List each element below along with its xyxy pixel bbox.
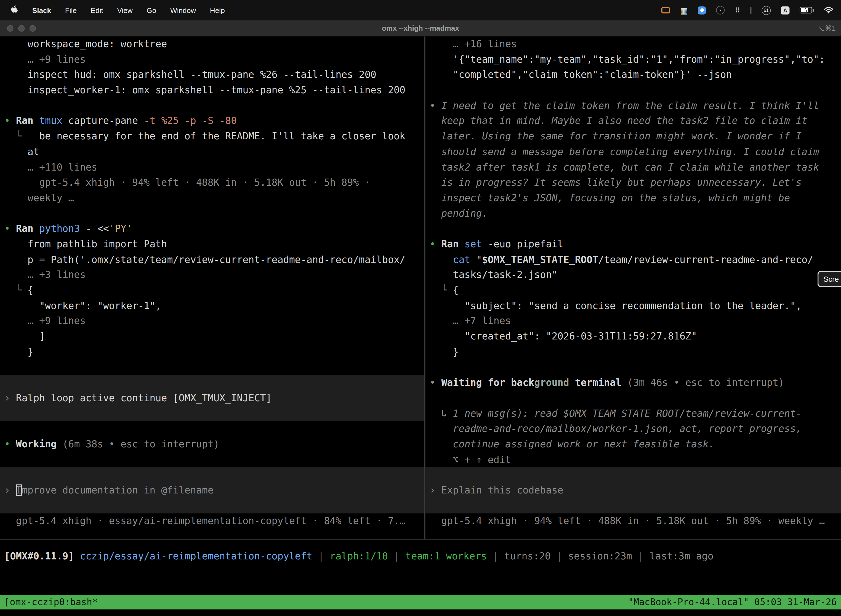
text-run: cat: [453, 254, 476, 265]
text-run: gpt-5.4 xhigh · essay/ai-reimplementatio…: [4, 515, 406, 527]
zoom-button[interactable]: [29, 25, 36, 31]
terminal-line: tasks/task-2.json": [425, 267, 841, 283]
menu-item-go[interactable]: Go: [147, 6, 156, 14]
terminal-line: • I need to get the claim token from the…: [425, 98, 841, 113]
apple-menu-icon[interactable]: [11, 5, 18, 15]
terminal-line: ]: [0, 329, 424, 345]
dark-app-icon[interactable]: ·: [716, 6, 725, 14]
terminal-line: • Ran python3 - <<'PY': [0, 221, 424, 236]
input-source-icon[interactable]: A: [781, 6, 790, 14]
text-run: pending.: [429, 207, 488, 219]
tmux-host-clock: "MacBook-Pro-44.local" 05:03 31-Mar-26: [628, 595, 837, 609]
terminal-line: }: [0, 344, 424, 359]
text-run: later. Using the same for transition mig…: [429, 131, 801, 142]
battery-icon[interactable]: ϟ: [800, 7, 814, 13]
text-run: |: [487, 550, 504, 562]
app-menu-slack[interactable]: Slack: [32, 6, 51, 14]
prompt-input-right[interactable]: › Explain this codebase: [425, 483, 841, 498]
dots-grid-icon[interactable]: ⠿: [735, 7, 740, 13]
menu-item-view[interactable]: View: [117, 6, 132, 14]
grid-icon[interactable]: ▦: [680, 6, 688, 14]
text-run: inspect_worker-1: omx sparkshell --tmux-…: [4, 84, 406, 95]
text-run: terminal: [569, 377, 627, 388]
text-run: Ran: [441, 238, 464, 249]
text-run: cczip/essay/ai-reimplementation-copyleft: [80, 550, 312, 562]
text-run: |: [388, 550, 405, 562]
text-run: "completed","claim_token":"claim-token"}…: [429, 69, 732, 80]
screen-recording-icon[interactable]: [661, 7, 670, 13]
text-run: ›: [4, 484, 16, 496]
terminal-line: └ {: [0, 283, 424, 298]
text-run: mprove documentation in @filename: [22, 484, 214, 496]
text-run: set: [464, 238, 488, 249]
text-run: - <<: [86, 223, 109, 234]
terminal-line: • Working (6m 38s • esc to interrupt): [0, 437, 424, 452]
terminal-line: … +9 lines: [0, 314, 424, 329]
text-run: inspect task2's JSON, focusing on the st…: [429, 192, 790, 203]
text-run: … +16 lines: [429, 38, 517, 49]
text-run: "subject": "send a concise recommendatio…: [429, 300, 801, 311]
text-run: Waiting for back: [441, 377, 534, 388]
terminal-pane-right[interactable]: … +16 lines '{"team_name":"my-team","tas…: [425, 37, 841, 539]
terminal-line: └ {: [425, 283, 841, 298]
text-run: tmux: [39, 115, 68, 126]
text-run: is in progress? It seems likely but perh…: [429, 177, 801, 188]
text-run: ": [476, 254, 482, 265]
terminal-line: pending.: [425, 206, 841, 221]
text-run: └: [4, 284, 28, 296]
text-run: … +9 lines: [4, 54, 86, 65]
menu-item-help[interactable]: Help: [210, 6, 225, 14]
text-run: ralph:1/10: [330, 550, 388, 562]
text-run: |: [632, 550, 649, 562]
gauge-icon[interactable]: 61: [762, 6, 771, 15]
text-run: capture-pane: [68, 115, 144, 126]
close-button[interactable]: [7, 25, 13, 31]
text-run: •: [4, 115, 16, 126]
text-run: └: [4, 131, 39, 142]
terminal-line: … +16 lines: [425, 37, 841, 52]
text-run: tasks/task-2.json": [429, 269, 557, 280]
text-run: should send a message before completing …: [429, 146, 819, 157]
blue-app-icon[interactable]: [698, 6, 706, 14]
minimize-button[interactable]: [18, 25, 25, 31]
terminal-panes: workspace_mode: worktree … +9 lines insp…: [0, 37, 841, 540]
terminal-line: [425, 359, 841, 375]
menu-bar-status-icons: ▦ · ⠿ 61 A ϟ: [661, 6, 833, 15]
text-run: Explain this codebase: [441, 484, 563, 496]
menu-item-edit[interactable]: Edit: [91, 6, 103, 14]
window-title-bar[interactable]: omx --xhigh --madmax ⌥⌘1: [0, 21, 841, 37]
text-run: "created_at": "2026-03-31T11:59:27.816Z": [429, 331, 697, 342]
window-shortcut-badge: ⌥⌘1: [817, 24, 835, 32]
window-title: omx --xhigh --madmax: [0, 24, 841, 32]
menu-bar-left: Slack File Edit View Go Window Help: [11, 5, 225, 15]
menu-item-file[interactable]: File: [65, 6, 77, 14]
tmux-session-window[interactable]: [omx-cczip0:bash*: [4, 595, 98, 609]
text-run: ›: [429, 484, 441, 496]
terminal-line: [0, 359, 424, 375]
terminal-line: [425, 498, 841, 513]
prompt-input-left[interactable]: › Improve documentation in @filename: [0, 483, 424, 498]
text-run: from pathlib import Path: [4, 238, 167, 249]
terminal-line: └ be necessary for the end of the README…: [0, 129, 424, 144]
terminal-pane-left[interactable]: workspace_mode: worktree … +9 lines insp…: [0, 37, 424, 539]
text-run: … +9 lines: [4, 315, 86, 327]
terminal-line: [0, 421, 424, 437]
terminal-line: [0, 406, 424, 421]
terminal-line: • Waiting for background terminal (3m 46…: [425, 375, 841, 390]
text-run: inspect_hud: omx sparkshell --tmux-pane …: [4, 69, 377, 80]
text-run: p = Path('.omx/state/team/review-current…: [4, 254, 406, 265]
wifi-icon[interactable]: [824, 6, 834, 15]
menu-item-window[interactable]: Window: [170, 6, 196, 14]
terminal-line: • Ran set -euo pipefail: [425, 236, 841, 252]
text-run: … +7 lines: [429, 315, 511, 327]
text-run: |: [312, 550, 330, 562]
terminal-line: '{"team_name":"my-team","task_id":"1","f…: [425, 52, 841, 67]
text-run: /team/review-current-readme-and-reco/: [598, 254, 813, 265]
text-run: ›: [4, 392, 16, 403]
ralph-loop-banner: › Ralph loop active continue [OMX_TMUX_I…: [0, 390, 424, 406]
text-run: [OMX#0.11.9]: [4, 550, 74, 562]
terminal-line: [0, 498, 424, 513]
charging-bolt-icon: ϟ: [800, 8, 812, 13]
terminal-line: should send a message before completing …: [425, 144, 841, 160]
text-run: python3: [39, 223, 86, 234]
